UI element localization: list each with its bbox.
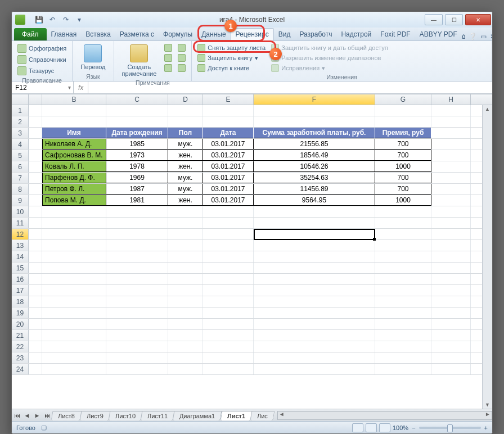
tab-Надстрой[interactable]: Надстрой bbox=[336, 29, 376, 40]
cell[interactable] bbox=[106, 105, 168, 116]
cell[interactable] bbox=[254, 330, 375, 341]
cell[interactable] bbox=[254, 263, 375, 273]
cell[interactable]: 03.01.2017 bbox=[203, 150, 254, 161]
cell[interactable] bbox=[431, 263, 471, 273]
unprotect-sheet-button[interactable]: Снять защиту листа bbox=[196, 43, 267, 52]
cell[interactable]: Петров Ф. Л. bbox=[42, 184, 106, 195]
cell[interactable] bbox=[29, 206, 42, 217]
macro-record-icon[interactable]: ▢ bbox=[41, 424, 47, 431]
cell[interactable] bbox=[375, 330, 431, 341]
cell[interactable] bbox=[168, 240, 203, 251]
cell[interactable]: 700 bbox=[375, 150, 431, 161]
row-header[interactable]: 15 bbox=[12, 263, 29, 273]
cell[interactable] bbox=[254, 319, 375, 329]
cell[interactable] bbox=[168, 218, 203, 228]
cell[interactable] bbox=[106, 308, 168, 318]
zoom-in-button[interactable]: + bbox=[484, 424, 488, 431]
cell[interactable] bbox=[106, 240, 168, 251]
tab-Foxit PDF[interactable]: Foxit PDF bbox=[376, 29, 415, 40]
cell[interactable] bbox=[29, 161, 42, 172]
cell[interactable] bbox=[431, 150, 471, 161]
tab-Разметка с[interactable]: Разметка с bbox=[115, 29, 159, 40]
cell[interactable] bbox=[42, 116, 106, 127]
cell[interactable] bbox=[203, 285, 254, 296]
cell[interactable] bbox=[106, 274, 168, 284]
cell[interactable] bbox=[106, 116, 168, 127]
cell[interactable]: Николаев А. Д. bbox=[42, 139, 106, 150]
cell[interactable] bbox=[203, 240, 254, 251]
cell[interactable] bbox=[375, 319, 431, 329]
cell[interactable] bbox=[254, 218, 375, 228]
cell[interactable] bbox=[42, 308, 106, 318]
redo-icon[interactable]: ↷ bbox=[60, 14, 71, 25]
cell[interactable] bbox=[106, 263, 168, 273]
view-pagebreak-button[interactable] bbox=[379, 423, 390, 432]
view-layout-button[interactable] bbox=[366, 423, 377, 432]
cell[interactable] bbox=[375, 240, 431, 251]
cell[interactable] bbox=[254, 364, 375, 374]
row-header[interactable]: 18 bbox=[12, 296, 29, 307]
cell[interactable] bbox=[431, 229, 471, 239]
cell[interactable] bbox=[42, 296, 106, 307]
cell[interactable] bbox=[203, 206, 254, 217]
cell[interactable] bbox=[254, 229, 375, 239]
row-header[interactable]: 6 bbox=[12, 161, 29, 172]
cell[interactable] bbox=[168, 308, 203, 318]
cell[interactable] bbox=[42, 330, 106, 341]
cell[interactable] bbox=[168, 229, 203, 239]
sheet-tab[interactable]: Лист9 bbox=[80, 411, 111, 421]
cell[interactable] bbox=[203, 352, 254, 363]
cell[interactable] bbox=[431, 206, 471, 217]
tab-Формулы[interactable]: Формулы bbox=[159, 29, 197, 40]
cell[interactable] bbox=[203, 319, 254, 329]
cell[interactable] bbox=[431, 139, 471, 150]
cell[interactable] bbox=[431, 195, 471, 206]
cell[interactable] bbox=[254, 116, 375, 127]
delete-comment-button[interactable] bbox=[163, 43, 173, 52]
minimize-button[interactable]: — bbox=[425, 14, 443, 25]
cell[interactable] bbox=[29, 229, 42, 239]
cell[interactable]: 18546.49 bbox=[254, 150, 375, 161]
cell[interactable] bbox=[431, 128, 471, 138]
cell[interactable]: муж. bbox=[168, 173, 203, 183]
row-header[interactable]: 17 bbox=[12, 285, 29, 296]
cell[interactable] bbox=[168, 330, 203, 341]
col-header-H[interactable]: H bbox=[431, 94, 471, 105]
fx-icon[interactable]: fx bbox=[78, 84, 83, 92]
cell[interactable]: 11456.89 bbox=[254, 184, 375, 195]
cell[interactable] bbox=[106, 218, 168, 228]
cell[interactable]: 1987 bbox=[106, 184, 168, 195]
cell[interactable] bbox=[29, 116, 42, 127]
new-comment-button[interactable]: Создать примечание bbox=[119, 43, 160, 78]
col-header-E[interactable]: E bbox=[203, 94, 254, 105]
cell[interactable] bbox=[168, 263, 203, 273]
ribbon-minimize-icon[interactable]: ۵ bbox=[462, 33, 465, 40]
cell[interactable] bbox=[42, 364, 106, 374]
cell[interactable]: 21556.85 bbox=[254, 139, 375, 150]
cell[interactable] bbox=[431, 296, 471, 307]
cell[interactable] bbox=[431, 364, 471, 374]
cell[interactable] bbox=[106, 206, 168, 217]
cell[interactable] bbox=[203, 263, 254, 273]
cell[interactable] bbox=[106, 251, 168, 262]
sheet-tab[interactable]: Лист11 bbox=[141, 411, 175, 421]
cell[interactable]: 03.01.2017 bbox=[203, 195, 254, 206]
cell[interactable] bbox=[42, 263, 106, 273]
cell[interactable] bbox=[42, 251, 106, 262]
cell[interactable] bbox=[42, 285, 106, 296]
cell[interactable]: 1981 bbox=[106, 195, 168, 206]
cell[interactable] bbox=[42, 341, 106, 352]
row-header[interactable]: 19 bbox=[12, 308, 29, 318]
next-comment-button[interactable] bbox=[163, 64, 173, 73]
sheet-tab[interactable]: Лист1 bbox=[220, 411, 252, 421]
cell[interactable] bbox=[203, 218, 254, 228]
cell[interactable]: жен. bbox=[168, 150, 203, 161]
cell[interactable]: 03.01.2017 bbox=[203, 139, 254, 150]
cell[interactable]: Дата bbox=[203, 128, 254, 138]
name-box[interactable]: F12 bbox=[12, 82, 74, 93]
cell[interactable] bbox=[168, 116, 203, 127]
cell[interactable] bbox=[375, 341, 431, 352]
close-button[interactable]: ✕ bbox=[465, 14, 491, 25]
tab-Разработч[interactable]: Разработч bbox=[295, 29, 336, 40]
cell[interactable] bbox=[168, 319, 203, 329]
